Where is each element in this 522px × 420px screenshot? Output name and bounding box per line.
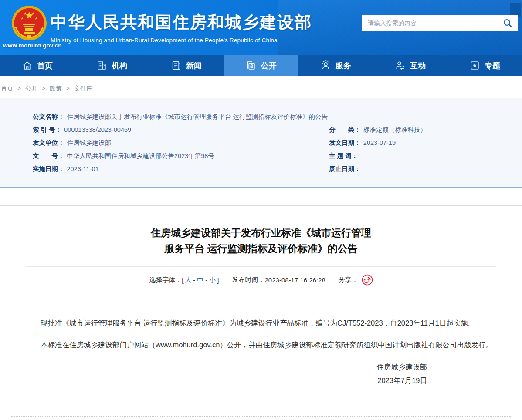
dash: - [193,276,195,284]
nav-label: 互动 [410,60,426,71]
info-row: 索 引 号： 000013338/2023-00469 分 类： 标准定额（标准… [33,123,496,136]
nav-item-interaction[interactable]: 互动 [373,55,447,76]
issue-date-value: 2023-07-19 [363,136,396,149]
issuing-unit-label: 发文单位： [33,136,64,149]
breadcrumb-separator: > [42,85,45,92]
nav-item-organization[interactable]: 机构 [75,55,149,76]
news-icon [171,60,182,71]
breadcrumb-disclosure[interactable]: 公开 [25,85,37,92]
article-body: 现批准《城市运行管理服务平台 运行监测指标及评价标准》为城乡建设行业产品标准，编… [26,317,496,351]
article-paragraph: 现批准《城市运行管理服务平台 运行监测指标及评价标准》为城乡建设行业产品标准，编… [26,317,496,329]
doc-name-value: 住房城乡建设部关于发布行业标准《城市运行管理服务平台 运行监测指标及评价标准》的… [67,110,328,123]
repeal-date-label: 废止日期： [329,162,361,175]
article-title: 住房城乡建设部关于发布行业标准《城市运行管理 服务平台 运行监测指标及评价标准》… [61,225,461,256]
breadcrumb-separator: > [66,85,70,92]
nav-label: 机构 [112,60,127,71]
info-cell-doc-number: 文 号： 中华人民共和国住房和城乡建设部公告2023年第98号 [33,149,329,162]
index-number-label: 索 引 号： [33,123,61,136]
article-signature: 住房城乡建设部 2023年7月19日 [0,360,427,387]
nav-label: 服务 [336,60,351,71]
nav-item-news[interactable]: 新闻 [149,55,224,76]
info-cell-index-number: 索 引 号： 000013338/2023-00469 [33,123,329,136]
doc-name-label: 公文名称： [33,110,64,123]
bottom-dotted-divider [11,416,511,417]
breadcrumb: 首页 > 公开 > 政策 > 文件库 [0,76,522,98]
article-paragraph: 本标准在住房城乡建设部门户网站（www.mohurd.gov.cn）公开，并由住… [26,339,496,351]
subject-words-label: 主 题 词： [329,149,358,162]
search-box [362,15,518,31]
category-label: 分 类： [329,123,361,136]
font-size-large-link[interactable]: 大 [185,276,191,284]
document-info-panel: 公文名称： 住房城乡建设部关于发布行业标准《城市运行管理服务平台 运行监测指标及… [0,98,522,188]
title-underline [26,266,496,267]
share-label: 分享： [339,276,358,284]
main-nav: 首页 机构 新闻 公开 服务 互动 [0,55,522,76]
nav-label: 新闻 [186,60,202,71]
info-row-doc-name: 公文名称： 住房城乡建设部关于发布行业标准《城市运行管理服务平台 运行监测指标及… [33,110,496,123]
service-icon [320,60,331,71]
interaction-icon [395,60,406,71]
publish-time-value: 2023-08-17 16:26:28 [265,276,325,284]
nav-label: 首页 [37,60,53,71]
nav-label: 公开 [261,60,276,71]
breadcrumb-separator: > [17,85,21,92]
issuing-unit-value: 住房城乡建设部 [67,136,112,149]
category-value: 标准定额（标准科技） [363,123,427,136]
breadcrumb-library[interactable]: 文件库 [74,85,92,92]
breadcrumb-home[interactable]: 首页 [1,85,13,92]
breadcrumb-policy[interactable]: 政策 [50,85,62,92]
issue-date-label: 发文日期： [329,136,361,149]
bracket-open: [ [182,276,183,284]
weibo-icon [362,274,373,286]
info-cell-repeal-date: 废止日期： [329,162,496,175]
doc-number-value: 中华人民共和国住房和城乡建设部公告2023年第98号 [67,149,214,162]
doc-number-label: 文 号： [33,149,64,162]
dash: - [205,276,207,284]
nav-item-services[interactable]: 服务 [298,55,373,76]
font-size-label: 选择字体： [149,276,182,284]
article-meta-bar: 选择字体： [ 大 - 中 - 小 ] 发布时间： 2023-08-17 16:… [0,274,522,286]
site-title-block: 中华人民共和国住房和城乡建设部 Ministry of Housing and … [51,11,312,44]
info-cell-subject-words: 主 题 词： [329,149,496,162]
nav-item-topics[interactable]: 专题 [447,55,522,76]
publish-time-label: 发布时间： [232,276,265,284]
section-divider [0,205,522,206]
info-cell-effective-date: 实施日期： 2023-11-01 [33,162,329,175]
site-header: www.mohurd.gov.cn 中华人民共和国住房和城乡建设部 Minist… [0,0,522,55]
effective-date-label: 实施日期： [33,162,64,175]
disclosure-icon [245,60,256,71]
info-cell-category: 分 类： 标准定额（标准科技） [329,123,496,136]
search-input[interactable] [367,19,503,27]
info-row: 发文单位： 住房城乡建设部 发文日期： 2023-07-19 [33,136,496,149]
weibo-share-button[interactable] [362,274,373,286]
home-icon [22,60,33,71]
search-icon [503,18,512,28]
bracket-close: ] [217,276,219,284]
signature-organization: 住房城乡建设部 [0,360,427,374]
site-title: 中华人民共和国住房和城乡建设部 [51,11,312,34]
topics-icon [469,60,480,71]
info-cell-issue-date: 发文日期： 2023-07-19 [329,136,496,149]
organization-icon [96,60,107,71]
index-number-value: 000013338/2023-00469 [64,123,131,136]
nav-label: 专题 [485,60,500,71]
font-size-small-link[interactable]: 小 [209,276,216,284]
nav-item-home[interactable]: 首页 [0,55,75,76]
info-row: 实施日期： 2023-11-01 废止日期： [33,162,496,175]
site-subtitle: Ministry of Housing and Urban-Rural Deve… [51,37,312,44]
signature-date: 2023年7月19日 [0,374,427,387]
info-row: 文 号： 中华人民共和国住房和城乡建设部公告2023年第98号 主 题 词： [33,149,496,162]
search-button[interactable] [503,18,512,28]
nav-item-disclosure[interactable]: 公开 [224,55,298,76]
effective-date-value: 2023-11-01 [67,162,99,175]
national-emblem-logo [11,5,47,41]
font-size-medium-link[interactable]: 中 [197,276,203,284]
info-cell-issuing-unit: 发文单位： 住房城乡建设部 [33,136,329,149]
